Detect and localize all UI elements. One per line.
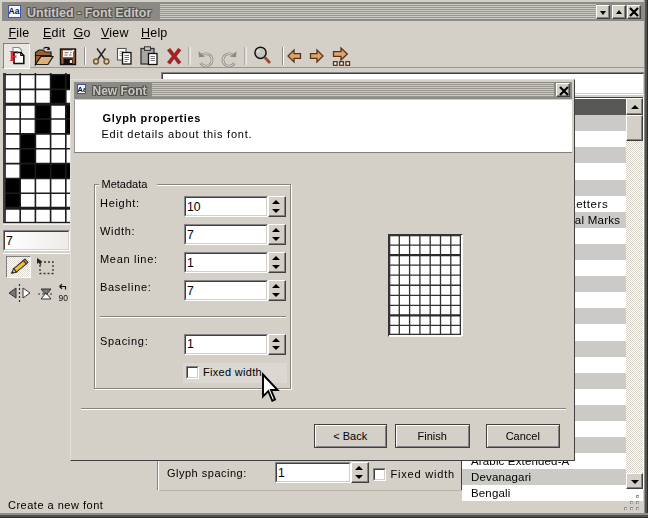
- svg-text:F: F: [9, 48, 18, 64]
- svg-text:90: 90: [59, 293, 69, 303]
